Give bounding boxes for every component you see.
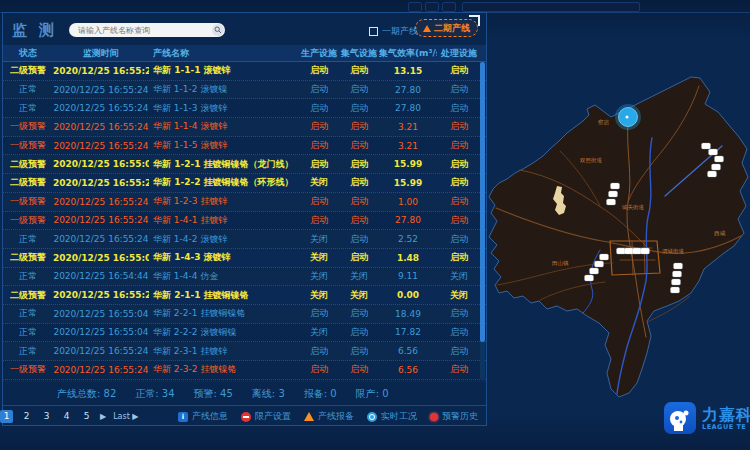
cell-treat: 启动 <box>437 176 481 189</box>
cell-prod: 启动 <box>299 64 339 77</box>
table-row[interactable]: 一级预警2020/12/25 16:55:24华新 1-1-4 滚镀锌启动启动3… <box>3 118 486 137</box>
map-alert-circle-marker[interactable] <box>615 104 641 130</box>
map-marker[interactable] <box>672 279 681 285</box>
map-marker[interactable] <box>671 287 680 293</box>
page-button[interactable]: 3 <box>40 410 53 423</box>
table-row[interactable]: 正常2020/12/25 16:55:24华新 1-1-3 滚镀锌启动启动27.… <box>3 99 486 118</box>
map-marker[interactable] <box>607 199 616 205</box>
map-marker[interactable] <box>609 191 618 197</box>
cell-time: 2020/12/25 16:55:04 <box>53 253 149 263</box>
cell-gas: 关闭 <box>339 289 379 302</box>
warning-triangle-icon <box>304 412 314 421</box>
table-row[interactable]: 正常2020/12/25 16:55:24华新 2-3-1 挂镀锌启动启动6.5… <box>3 342 486 361</box>
table-row[interactable]: 正常2020/12/25 16:55:24华新 1-1-2 滚镀镍启动启动27.… <box>3 81 486 100</box>
cell-name: 华新 2-3-1 挂镀锌 <box>149 345 299 358</box>
search-input[interactable] <box>69 26 212 35</box>
map-marker[interactable] <box>709 149 718 155</box>
phase1-filter[interactable]: 一期产线 <box>369 25 418 38</box>
cell-time: 2020/12/25 16:55:24 <box>53 178 149 188</box>
legend-label: 产线信息 <box>192 410 228 423</box>
cell-eff: 27.80 <box>379 103 437 113</box>
table-row[interactable]: 正常2020/12/25 16:54:44华新 1-4-4 仿金关闭关闭9.11… <box>3 268 486 287</box>
cell-time: 2020/12/25 16:55:04 <box>53 327 149 337</box>
map-marker[interactable] <box>600 254 609 260</box>
cell-eff: 3.21 <box>379 122 437 132</box>
cell-treat: 启动 <box>437 120 481 133</box>
map-place-label: 渭城街道 <box>662 248 685 255</box>
map-marker[interactable] <box>702 143 711 149</box>
alert-dot-icon <box>430 413 438 421</box>
search-box[interactable] <box>69 23 225 37</box>
map-marker[interactable] <box>625 248 634 254</box>
table-row[interactable]: 二级预警2020/12/25 16:55:24华新 1-1-1 滚镀锌启动启动1… <box>3 62 486 81</box>
map-marker[interactable] <box>617 248 626 254</box>
page-title: 监测 <box>12 21 66 40</box>
table-row[interactable]: 二级预警2020/12/25 16:55:24华新 1-2-2 挂镀铜镍铬（环形… <box>3 174 486 193</box>
page-button[interactable]: 1 <box>0 410 13 423</box>
cell-name: 华新 2-2-2 滚镀铜镍 <box>149 326 299 339</box>
cell-time: 2020/12/25 16:55:24 <box>53 197 149 207</box>
last-page-button[interactable]: Last ▶ <box>113 412 138 421</box>
cell-treat: 启动 <box>437 307 481 320</box>
map-marker[interactable] <box>611 183 620 189</box>
district-map[interactable]: 窑店双照街道城关街道西咸田山镇渭城街道 <box>487 12 750 427</box>
cell-name: 华新 1-2-2 挂镀铜镍铬（环形线） <box>149 176 299 189</box>
map-marker[interactable] <box>708 171 717 177</box>
phase2-filter-button[interactable]: 二期产线 <box>415 19 478 37</box>
限产设置-button[interactable]: 限产设置 <box>241 410 291 423</box>
cell-time: 2020/12/25 16:55:04 <box>53 159 149 169</box>
page-button[interactable]: 2 <box>20 410 33 423</box>
map-place-label: 西咸 <box>714 230 726 237</box>
table-row[interactable]: 一级预警2020/12/25 16:55:24华新 2-3-2 挂镀镍铬启动启动… <box>3 361 486 380</box>
cell-prod: 关闭 <box>299 251 339 264</box>
map-marker[interactable] <box>715 156 724 162</box>
map-marker[interactable] <box>585 275 594 281</box>
table-row[interactable]: 一级预警2020/12/25 16:55:24华新 1-4-1 挂镀锌启动启动2… <box>3 212 486 231</box>
map-marker[interactable] <box>641 248 650 254</box>
cell-eff: 18.49 <box>379 309 437 319</box>
cell-status: 二级预警 <box>3 176 53 189</box>
cell-gas: 启动 <box>339 176 379 189</box>
map-marker[interactable] <box>712 164 721 170</box>
table-row[interactable]: 二级预警2020/12/25 16:55:24华新 2-1-1 挂镀铜镍铬关闭关… <box>3 286 486 305</box>
map-marker[interactable] <box>673 271 682 277</box>
table-row[interactable]: 正常2020/12/25 16:55:04华新 2-2-2 滚镀铜镍关闭启动17… <box>3 324 486 343</box>
map-marker[interactable] <box>674 263 683 269</box>
table-row[interactable]: 正常2020/12/25 16:55:24华新 1-4-2 滚镀锌关闭启动2.5… <box>3 230 486 249</box>
table-row[interactable]: 二级预警2020/12/25 16:55:04华新 1-2-1 挂镀铜镍铬（龙门… <box>3 155 486 174</box>
page-button[interactable]: 5 <box>80 410 93 423</box>
summary-bar: 产线总数: 82正常: 34预警: 45离线: 3报备: 0限产: 0 <box>3 382 486 405</box>
cell-status: 一级预警 <box>3 363 53 376</box>
summary-item: 限产: 0 <box>356 387 389 401</box>
cell-name: 华新 1-2-3 挂镀锌 <box>149 195 299 208</box>
cell-prod: 启动 <box>299 195 339 208</box>
cell-status: 正常 <box>3 326 53 339</box>
cell-time: 2020/12/25 16:55:24 <box>53 215 149 225</box>
summary-item: 产线总数: 82 <box>57 387 116 401</box>
table-row[interactable]: 一级预警2020/12/25 16:55:24华新 1-1-5 滚镀锌启动启动3… <box>3 137 486 156</box>
table-row[interactable]: 一级预警2020/12/25 16:55:24华新 1-2-3 挂镀锌启动启动1… <box>3 193 486 212</box>
page-button[interactable]: 4 <box>60 410 73 423</box>
cell-time: 2020/12/25 16:54:44 <box>53 271 149 281</box>
magnifier-icon[interactable] <box>212 24 224 36</box>
产线报备-button[interactable]: 产线报备 <box>304 410 354 423</box>
实时工况-button[interactable]: 实时工况 <box>367 410 417 423</box>
map-marker[interactable] <box>595 261 604 267</box>
cell-eff: 27.80 <box>379 85 437 95</box>
table-header: 状态 监测时间 产线名称 生产设施 集气设施 集气效率(m³/s) 处理设施 <box>3 45 486 62</box>
checkbox-icon[interactable] <box>369 27 378 36</box>
table-row[interactable]: 一级预警2020/12/25 16:55:24华新 2-4-1 挂镀镍铬启动启动… <box>3 380 486 382</box>
pagination: 12345▶Last ▶ <box>0 410 139 423</box>
next-page-button[interactable]: ▶ <box>100 412 106 421</box>
产线信息-button[interactable]: 产线信息 <box>178 410 228 423</box>
table-row[interactable]: 二级预警2020/12/25 16:55:04华新 1-4-3 滚镀锌关闭启动1… <box>3 249 486 268</box>
cell-time: 2020/12/25 16:55:24 <box>53 365 149 375</box>
map-marker[interactable] <box>633 248 642 254</box>
预警历史-button[interactable]: 预警历史 <box>430 410 478 423</box>
brand-logo: 力嘉科技 LEAGUE TE <box>664 402 750 434</box>
map-marker[interactable] <box>590 268 599 274</box>
phase1-label: 一期产线 <box>382 25 418 38</box>
table-row[interactable]: 正常2020/12/25 16:55:04华新 2-2-1 挂镀铜镍铬启动启动1… <box>3 305 486 324</box>
col-status: 状态 <box>3 47 53 60</box>
scrollbar-thumb[interactable] <box>480 62 485 342</box>
